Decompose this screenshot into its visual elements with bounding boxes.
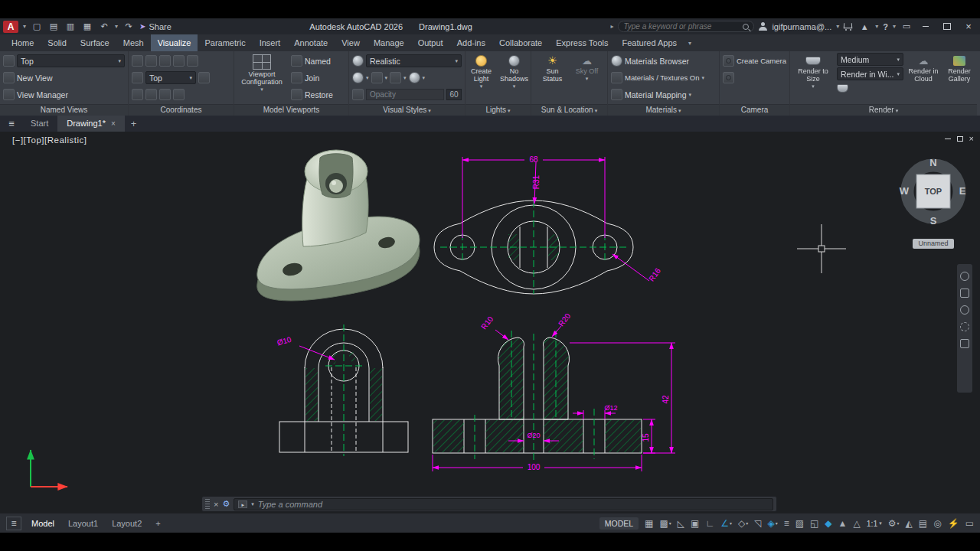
model-tab[interactable]: Model [28, 519, 58, 528]
application-menu-button[interactable]: A [3, 21, 18, 33]
new-layout-icon[interactable]: + [152, 519, 164, 528]
zoom-icon[interactable] [960, 305, 969, 315]
ucs-z-axis-icon[interactable] [132, 89, 143, 100]
ucs-rotate-x-icon[interactable] [159, 89, 171, 100]
command-dock-grip[interactable] [205, 499, 210, 509]
viewport-close-icon[interactable]: × [969, 134, 974, 143]
camera-display-icon[interactable] [723, 72, 734, 83]
annotation-monitor-icon[interactable]: ◭ [906, 518, 913, 529]
orbit-icon[interactable] [960, 322, 969, 331]
navigation-bar[interactable] [957, 264, 972, 393]
autodesk-access-icon[interactable]: ▲ [858, 22, 871, 31]
caret-icon[interactable]: ▾ [403, 75, 407, 81]
tab-solid[interactable]: Solid [41, 34, 73, 51]
restore-viewports-button[interactable]: Restore [291, 86, 345, 103]
viewport-configuration-button[interactable]: Viewport Configuration ▾ [237, 53, 286, 103]
command-input[interactable]: ▸ ▾ Type a command [234, 498, 773, 510]
visual-style-dropdown[interactable]: Realistic▾ [366, 54, 462, 67]
viewport-restore-icon[interactable] [957, 136, 963, 142]
3d-object-snap-icon[interactable]: ◆ [825, 518, 831, 529]
screen-icon[interactable]: ▭ [900, 21, 913, 31]
no-shadows-button[interactable]: No Shadows ▾ [499, 53, 530, 103]
x-ray-icon[interactable] [371, 72, 383, 83]
lineweight-icon[interactable]: ≡ [784, 518, 789, 529]
caret-icon[interactable]: ▾ [385, 75, 388, 81]
panel-label-camera[interactable]: Camera [720, 104, 789, 116]
named-ucs-icon[interactable] [132, 72, 143, 83]
graphics-performance-icon[interactable]: ⚡ [948, 518, 959, 529]
panel-label-model-viewports[interactable]: Model Viewports [234, 104, 348, 116]
view-manager-button[interactable]: View Manager [3, 86, 125, 103]
save-icon[interactable]: ▥ [64, 21, 77, 31]
panel-label-named-views[interactable]: Named Views [0, 104, 128, 116]
panel-label-materials[interactable]: Materials▾ [608, 104, 719, 116]
ucs-face-icon[interactable] [187, 55, 198, 67]
object-snap-tracking-icon[interactable]: ◹ [754, 518, 761, 529]
panel-label-visual-styles[interactable]: Visual Styles▾ [349, 104, 465, 116]
new-file-icon[interactable]: ▢ [31, 21, 43, 31]
panel-label-coordinates[interactable]: Coordinates [129, 104, 234, 116]
close-button[interactable]: × [960, 20, 977, 33]
user-avatar-icon[interactable] [759, 22, 767, 31]
named-viewports-button[interactable]: Named [291, 53, 345, 69]
ucs-world-icon[interactable] [132, 55, 143, 67]
render-quality-dropdown[interactable]: Medium▾ [837, 53, 903, 66]
ucs-rotate-z-icon[interactable] [173, 89, 185, 100]
command-customize-icon[interactable]: ⚙ [222, 499, 230, 509]
open-file-icon[interactable]: ▤ [47, 21, 60, 31]
search-input[interactable] [623, 22, 740, 31]
create-camera-button[interactable]: Create Camera [723, 53, 786, 69]
search-icon[interactable] [743, 24, 749, 30]
share-button[interactable]: ➤ Share [139, 22, 172, 31]
layout2-tab[interactable]: Layout2 [108, 519, 145, 528]
undo-icon[interactable]: ↶ [98, 21, 110, 31]
isolate-objects-icon[interactable]: ◎ [933, 518, 941, 529]
show-motion-icon[interactable] [960, 339, 969, 348]
snap-icon[interactable]: ▩▾ [659, 518, 671, 529]
transparency-icon[interactable]: ▨ [795, 518, 804, 529]
layout1-tab[interactable]: Layout1 [64, 519, 102, 528]
file-tabs-menu-icon[interactable]: ≡ [2, 118, 21, 129]
tab-parametric[interactable]: Parametric [198, 34, 252, 51]
plot-icon[interactable]: ▦ [81, 21, 93, 31]
named-views-dropdown[interactable]: Top▾ [17, 54, 125, 67]
workspace-switching-icon[interactable]: ⚙▾ [888, 518, 900, 529]
annotation-visibility-icon[interactable]: ▲ [838, 518, 848, 529]
caret-icon[interactable]: ▾ [423, 75, 426, 81]
tab-express-tools[interactable]: Express Tools [549, 34, 615, 51]
tab-annotate[interactable]: Annotate [287, 34, 335, 51]
render-to-size-button[interactable]: Render to Size ▾ [793, 53, 833, 103]
viewport-minimize-icon[interactable] [945, 139, 951, 139]
face-style-icon[interactable] [352, 72, 364, 83]
tab-surface[interactable]: Surface [74, 34, 116, 51]
command-prompt-icon[interactable]: ▸ [238, 500, 247, 508]
ucs-origin-icon[interactable] [198, 72, 210, 83]
tab-add-ins[interactable]: Add-ins [450, 34, 492, 51]
tab-home[interactable]: Home [5, 34, 41, 51]
tab-view[interactable]: View [335, 34, 367, 51]
redo-icon[interactable]: ↷ [122, 21, 135, 31]
ucs-icon[interactable] [145, 55, 157, 67]
search-box[interactable] [618, 21, 754, 32]
object-snap-icon[interactable]: ◈▾ [767, 518, 777, 529]
infer-constraints-icon[interactable]: ◺ [678, 518, 684, 529]
tab-insert[interactable]: Insert [253, 34, 288, 51]
clean-screen-icon[interactable]: ▭ [965, 518, 974, 529]
viewport-controls[interactable]: [−][Top][Realistic] [12, 135, 87, 145]
tab-drawing1[interactable]: Drawing1* × [57, 116, 125, 132]
tab-collaborate[interactable]: Collaborate [492, 34, 549, 51]
shadow-style-icon[interactable] [409, 72, 420, 83]
app-menu-caret-icon[interactable]: ▾ [23, 23, 26, 30]
quick-properties-icon[interactable]: ▤ [919, 518, 927, 529]
model-space-toggle[interactable]: MODEL [599, 517, 639, 530]
selection-cycling-icon[interactable]: ◱ [810, 518, 818, 529]
polar-tracking-icon[interactable]: ∠▾ [720, 518, 732, 529]
render-settings-icon[interactable] [837, 84, 848, 93]
viewcube-wcs-badge[interactable]: Unnamed [913, 239, 954, 249]
materials-textures-button[interactable]: Materials / Textures On ▾ [611, 70, 716, 86]
material-mapping-button[interactable]: Material Mapping ▾ [611, 86, 716, 103]
materials-browser-button[interactable]: Materials Browser [611, 53, 716, 69]
join-viewports-button[interactable]: Join [291, 70, 345, 86]
ucs-3point-icon[interactable] [145, 89, 157, 100]
dynamic-input-icon[interactable]: ▣ [691, 518, 699, 529]
